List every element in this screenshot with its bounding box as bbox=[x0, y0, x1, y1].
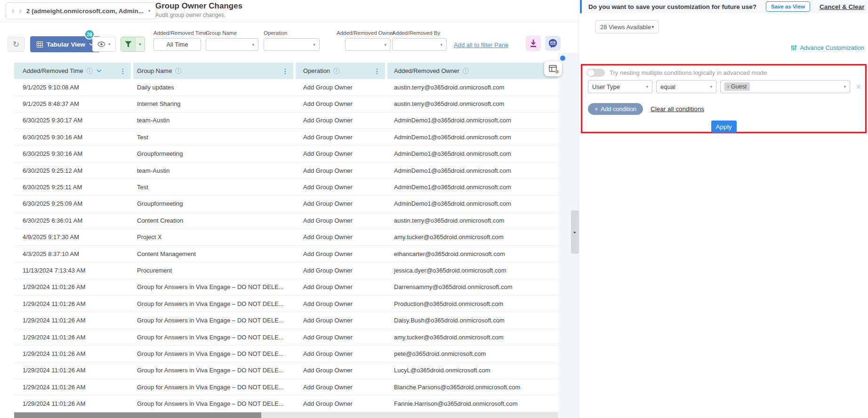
filter-dropdown-caret[interactable]: ▾ bbox=[135, 37, 145, 51]
filter-group-group-name: Group Name ▾ bbox=[206, 30, 258, 51]
table-row[interactable]: 11/13/2024 7:13:43 AMProcurementAdd Grou… bbox=[14, 262, 558, 279]
table-cell: Blanche.Parsons@o365droid.onmicrosoft.co… bbox=[387, 384, 558, 391]
column-header-operation[interactable]: Operation i ⋮ bbox=[296, 63, 387, 79]
table-row[interactable]: 6/30/2025 6:36:01 AMContent CreationAdd … bbox=[14, 212, 558, 229]
remove-tag-icon[interactable]: × bbox=[727, 84, 730, 89]
condition-field-select[interactable]: User Type ▾ bbox=[588, 80, 652, 93]
table-cell: AdminDemo1@o365droid.onmicrosoft.com bbox=[387, 167, 558, 174]
table-cell: Add Group Owner bbox=[296, 283, 387, 290]
tenant-dropdown-value[interactable]: 2 (admeight.onmicrosoft.com, Admin... bbox=[26, 8, 144, 15]
info-icon[interactable]: i bbox=[463, 68, 469, 74]
time-filter-input[interactable]: All Time bbox=[153, 38, 201, 51]
table-row[interactable]: 6/30/2025 9:30:16 AMGroupformeetingAdd G… bbox=[14, 146, 558, 162]
chevron-down-icon[interactable]: ▾ bbox=[148, 8, 151, 13]
table-cell: Test bbox=[133, 134, 296, 141]
table-row[interactable]: 1/29/2024 11:01:26 AMGroup for Answers i… bbox=[14, 379, 558, 395]
refresh-icon: ↻ bbox=[13, 40, 19, 49]
remove-condition-icon[interactable]: × bbox=[856, 82, 861, 91]
cancel-and-clear-link[interactable]: Cancel & Clear bbox=[820, 3, 864, 10]
table-row[interactable]: 4/9/2025 9:17:30 AMProject XAdd Group Ow… bbox=[14, 229, 558, 246]
table-row[interactable]: 6/30/2025 9:25:12 AMteam-AustinAdd Group… bbox=[14, 162, 558, 179]
column-menu-icon[interactable]: ⋮ bbox=[282, 67, 289, 75]
info-icon[interactable]: i bbox=[175, 68, 181, 74]
condition-row: User Type ▾ equal ▾ × Guest ▾ × bbox=[588, 80, 861, 93]
table-row[interactable]: 6/30/2025 9:25:09 AMGroupformeetingAdd G… bbox=[14, 196, 558, 212]
table-cell: 1/29/2024 11:01:26 AM bbox=[14, 367, 133, 374]
table-row[interactable]: 6/30/2025 9:30:17 AMteam-AustinAdd Group… bbox=[14, 113, 558, 129]
table-body: 9/1/2025 9:10:08 AMDaily updatesAdd Grou… bbox=[14, 79, 558, 412]
table-row[interactable]: 6/30/2025 9:25:11 AMTestAdd Group OwnerA… bbox=[14, 179, 558, 195]
customization-panel: Do you want to save your customization f… bbox=[580, 0, 868, 418]
page-title: Group Owner Changes bbox=[155, 1, 242, 11]
table-row[interactable]: 1/29/2024 11:01:26 AMGroup for Answers i… bbox=[14, 296, 558, 312]
info-icon[interactable]: i bbox=[87, 68, 93, 74]
refresh-button[interactable]: ↻ bbox=[8, 37, 24, 52]
table-cell: Group for Answers in Viva Engage – DO NO… bbox=[133, 317, 296, 324]
condition-value-select[interactable]: × Guest ▾ bbox=[720, 80, 850, 93]
clear-all-conditions-link[interactable]: Clear all conditions bbox=[651, 105, 704, 113]
back-arrow-icon[interactable]: ‹ bbox=[12, 7, 14, 15]
table-cell: 6/30/2025 9:25:11 AM bbox=[14, 184, 133, 191]
filter-group-time: Added/Removed Time All Time bbox=[153, 30, 207, 51]
table-row[interactable]: 1/29/2024 11:01:26 AMGroup for Answers i… bbox=[14, 279, 558, 296]
chevron-down-icon: ▾ bbox=[313, 42, 315, 47]
funnel-icon bbox=[121, 37, 135, 51]
time-filter-value: All Time bbox=[166, 41, 188, 48]
group-name-filter-select[interactable]: ▾ bbox=[206, 38, 258, 51]
table-row[interactable]: 4/3/2025 8:37:10 AMContent ManagementAdd… bbox=[14, 246, 558, 262]
add-all-to-filter-pane-link[interactable]: Add all to filter Pane bbox=[454, 41, 508, 48]
by-filter-select[interactable]: ▾ bbox=[392, 38, 447, 51]
forward-arrow-icon[interactable]: › bbox=[19, 7, 21, 15]
table-cell: LucyL@o365droid.onmicrosoft.com bbox=[387, 367, 558, 374]
column-header-group-name[interactable]: Group Name i ⋮ bbox=[133, 63, 296, 79]
table-cell: amy.tucker@o365droid.onmicrosoft.com bbox=[387, 334, 558, 341]
views-available-dropdown[interactable]: 28 Views Available ▾ bbox=[595, 20, 659, 33]
table-row[interactable]: 9/1/2025 8:48:37 AMInternet SharingAdd G… bbox=[14, 96, 558, 112]
column-visibility-button[interactable]: ▾ bbox=[92, 37, 116, 52]
table-cell: Groupformeeting bbox=[133, 150, 296, 157]
table-cell: 6/30/2025 6:36:01 AM bbox=[14, 217, 133, 224]
column-chooser-button[interactable]: ⚙ bbox=[544, 61, 562, 76]
filter-button[interactable]: ▾ bbox=[121, 37, 145, 52]
notification-dot bbox=[560, 56, 565, 61]
table-row[interactable]: 9/1/2025 9:10:08 AMDaily updatesAdd Grou… bbox=[14, 79, 558, 96]
column-header-time[interactable]: Added/Removed Time i ⋮ bbox=[14, 63, 133, 79]
table-row[interactable]: 1/29/2024 11:01:26 AMGroup for Answers i… bbox=[14, 312, 558, 329]
info-icon[interactable]: i bbox=[333, 68, 339, 74]
export-button[interactable] bbox=[526, 35, 541, 51]
operation-filter-select[interactable]: ▾ bbox=[264, 38, 320, 51]
table-cell: Add Group Owner bbox=[296, 134, 387, 141]
views-available-value: 28 Views Available bbox=[600, 24, 651, 31]
table-row[interactable]: 1/29/2024 11:01:26 AMGroup for Answers i… bbox=[14, 329, 558, 346]
add-condition-button[interactable]: + Add condition bbox=[588, 103, 643, 115]
column-menu-icon[interactable]: ⋮ bbox=[120, 67, 126, 75]
owner-filter-select[interactable]: ▾ bbox=[345, 38, 391, 51]
table-row[interactable]: 6/30/2025 9:30:16 AMTestAdd Group OwnerA… bbox=[14, 129, 558, 145]
download-icon bbox=[530, 39, 537, 48]
table-cell: Add Group Owner bbox=[296, 200, 387, 207]
table-cell: Add Group Owner bbox=[296, 317, 387, 324]
table-cell: Fannie.Harrison@o365droid.onmicrosoft.co… bbox=[387, 400, 558, 407]
table-row[interactable]: 1/29/2024 11:01:26 AMGroup for Answers i… bbox=[14, 395, 558, 412]
apply-button[interactable]: Apply bbox=[711, 121, 737, 133]
table-cell: Add Group Owner bbox=[296, 167, 387, 174]
horizontal-scrollbar[interactable] bbox=[14, 412, 558, 418]
column-header-owner[interactable]: Added/Removed Owner i bbox=[387, 63, 558, 79]
sort-descending-icon[interactable] bbox=[96, 69, 102, 72]
save-as-view-button[interactable]: Save as View bbox=[766, 1, 810, 12]
value-tag: × Guest bbox=[724, 82, 750, 91]
table-cell: Add Group Owner bbox=[296, 267, 387, 274]
feedback-button[interactable] bbox=[545, 36, 561, 51]
column-label: Group Name bbox=[137, 67, 172, 74]
column-menu-icon[interactable]: ⋮ bbox=[374, 67, 380, 75]
advance-customization-link[interactable]: Advance Customization bbox=[791, 44, 864, 51]
pane-splitter-handle[interactable]: ▸ bbox=[571, 210, 579, 254]
advanced-mode-toggle[interactable] bbox=[587, 69, 605, 77]
horizontal-scrollbar-thumb[interactable] bbox=[14, 412, 261, 418]
chevron-down-icon: ▾ bbox=[710, 84, 712, 89]
table-cell: Test bbox=[133, 184, 296, 191]
table-row[interactable]: 1/29/2024 11:01:26 AMGroup for Answers i… bbox=[14, 346, 558, 362]
condition-operator-select[interactable]: equal ▾ bbox=[656, 80, 716, 93]
table-cell: Add Group Owner bbox=[296, 217, 387, 224]
table-row[interactable]: 1/29/2024 11:01:26 AMGroup for Answers i… bbox=[14, 362, 558, 379]
